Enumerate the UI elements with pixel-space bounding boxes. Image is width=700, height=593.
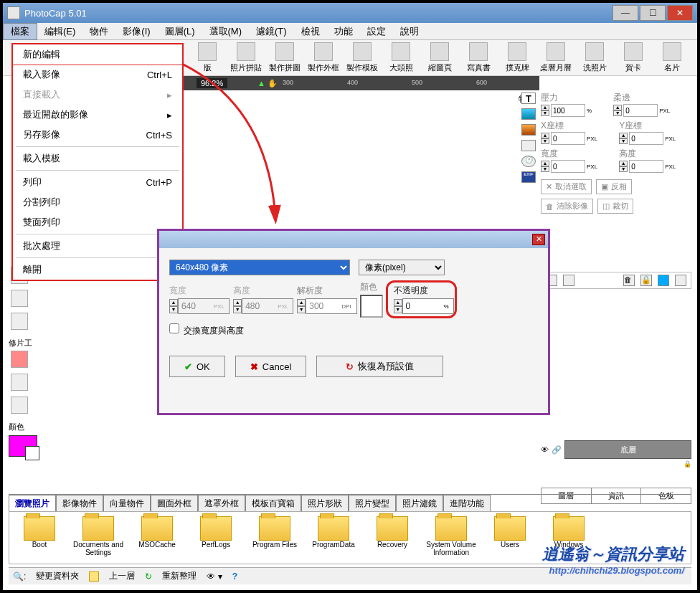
bottom-tab-5[interactable]: 模板百寶箱 <box>245 495 301 511</box>
toolbar-btn-1[interactable]: 照片拼貼 <box>228 42 264 73</box>
file-menu-item-3[interactable]: 最近開啟的影像▸ <box>13 105 182 125</box>
y-input[interactable] <box>629 132 663 145</box>
color-swatch-input[interactable] <box>360 295 383 318</box>
folder-up-icon[interactable] <box>89 571 99 582</box>
toolbar-btn-9[interactable]: 桌曆月曆 <box>538 42 574 73</box>
file-menu-item-4[interactable]: 另存影像Ctrl+S <box>13 125 182 145</box>
bottom-tab-4[interactable]: 遮罩外框 <box>198 495 245 511</box>
w-input[interactable] <box>551 160 585 173</box>
menu-edit[interactable]: 編輯(E) <box>37 24 82 39</box>
x-input[interactable] <box>551 132 585 145</box>
toolbar-btn-3[interactable]: 製作外框 <box>306 42 341 73</box>
tool-brush[interactable] <box>11 374 28 391</box>
swap-checkbox[interactable] <box>169 323 179 333</box>
toolbar-btn-12[interactable]: 名片 <box>654 42 690 73</box>
bottom-tab-8[interactable]: 照片濾鏡 <box>396 495 443 511</box>
file-menu-item-6[interactable]: 載入模板 <box>13 148 182 169</box>
bottom-tab-6[interactable]: 照片形狀 <box>301 495 349 511</box>
close-button[interactable]: ✕ <box>667 5 693 21</box>
color-swatch[interactable] <box>9 435 37 457</box>
swap-checkbox-label[interactable]: 交換寬度與高度 <box>169 323 244 337</box>
bottom-tab-7[interactable]: 照片變型 <box>349 495 396 511</box>
tool-shape[interactable] <box>11 313 28 330</box>
folder-item[interactable]: Documents and Settings <box>71 516 126 559</box>
display-icon[interactable] <box>658 275 669 286</box>
reset-button[interactable]: ↻恢復為預設值 <box>316 356 443 377</box>
unit-select[interactable]: 像素(pixel) <box>359 260 445 275</box>
tool-redeye[interactable] <box>11 351 28 368</box>
menu-help[interactable]: 說明 <box>393 24 426 39</box>
soft-input[interactable] <box>623 104 658 117</box>
file-menu-item-9[interactable]: 分割列印 <box>13 192 182 212</box>
grad2-icon[interactable] <box>521 124 536 136</box>
bottom-tab-3[interactable]: 圖面外框 <box>151 495 198 511</box>
crop-button[interactable]: ◫ 裁切 <box>597 199 633 214</box>
view-icon[interactable]: 👁 ▾ <box>207 571 222 582</box>
bottom-tab-2[interactable]: 向量物件 <box>103 495 151 511</box>
tool-pencil[interactable] <box>11 290 28 307</box>
clear-image-button[interactable]: 🗑 清除影像 <box>541 199 593 214</box>
menu-settings[interactable]: 設定 <box>360 24 393 39</box>
lock-icon[interactable]: 🔒 <box>640 275 652 286</box>
move-tool-icon[interactable]: ▲ ✋ <box>257 79 278 88</box>
toolbar-btn-11[interactable]: 賀卡 <box>615 42 651 73</box>
toolbar-btn-4[interactable]: 製作模板 <box>344 42 380 73</box>
frame-icon[interactable] <box>521 140 536 151</box>
dialog-close-button[interactable]: ✕ <box>532 234 545 245</box>
cancel-selection-button[interactable]: ✕ 取消選取 <box>541 179 592 194</box>
help-icon[interactable]: ? <box>232 571 237 582</box>
folder-item[interactable]: Users <box>483 516 537 559</box>
tool-stamp[interactable] <box>11 397 28 414</box>
file-menu-item-0[interactable]: 新的編輯 <box>12 44 183 65</box>
exif-icon[interactable]: EXIF <box>521 171 536 183</box>
bottom-tab-0[interactable]: 瀏覽照片 <box>9 495 56 511</box>
menu-layer[interactable]: 圖層(L) <box>158 24 202 39</box>
folder-item[interactable]: Program Files <box>247 516 302 559</box>
maximize-button[interactable]: ☐ <box>640 5 666 21</box>
toolbar-btn-8[interactable]: 撲克牌 <box>499 42 535 73</box>
link-icon[interactable]: 🔗 <box>552 445 562 455</box>
dialog-titlebar[interactable]: ✕ <box>159 231 548 248</box>
text-tool-icon[interactable]: T <box>521 92 536 104</box>
folder-item[interactable]: Boot <box>12 516 67 559</box>
bottom-tab-9[interactable]: 進階功能 <box>443 495 491 511</box>
ok-button[interactable]: ✔OK <box>169 356 225 377</box>
menu-file[interactable]: 檔案 <box>3 23 37 40</box>
toolbar-btn-6[interactable]: 縮圖頁 <box>422 42 458 73</box>
preset-select[interactable]: 640x480 像素 <box>169 260 350 275</box>
bottom-tab-1[interactable]: 影像物件 <box>56 495 103 511</box>
folder-item[interactable]: ProgramData <box>306 516 361 559</box>
icon2[interactable] <box>563 275 574 286</box>
toolbar-btn-2[interactable]: 製作拼圖 <box>267 42 303 73</box>
cancel-button[interactable]: ✖Cancel <box>235 356 306 377</box>
menu-image[interactable]: 影像(I) <box>115 24 157 39</box>
folder-item[interactable]: PerfLogs <box>189 516 243 559</box>
menu-object[interactable]: 物件 <box>82 24 115 39</box>
menu-filter[interactable]: 濾鏡(T) <box>249 24 294 39</box>
folder-item[interactable]: System Volume Information <box>424 516 478 559</box>
menu-select[interactable]: 選取(M) <box>202 24 250 39</box>
menu-view[interactable]: 檢視 <box>294 24 327 39</box>
grad-icon[interactable] <box>521 108 536 120</box>
trash-icon[interactable]: 🗑 <box>623 275 635 286</box>
folder-item[interactable]: MSOCache <box>130 516 184 559</box>
folder-item[interactable]: Recovery <box>365 516 420 559</box>
clock-icon[interactable]: 🕐 <box>521 156 536 167</box>
folder-item[interactable]: Windows <box>541 516 596 559</box>
more-icon[interactable] <box>675 275 686 286</box>
refresh[interactable]: 重新整理 <box>162 570 197 582</box>
toolbar-btn-5[interactable]: 大頭照 <box>383 42 419 73</box>
invert-button[interactable]: ▣ 反相 <box>596 179 632 194</box>
file-menu-item-2[interactable]: 直接載入▸ <box>13 85 182 105</box>
change-folder[interactable]: 變更資料夾 <box>36 570 79 582</box>
minimize-button[interactable]: — <box>612 5 638 21</box>
pressure-input[interactable] <box>551 104 585 117</box>
visibility-icon[interactable]: 👁 <box>541 445 549 454</box>
toolbar-btn-10[interactable]: 洗照片 <box>577 42 612 73</box>
menu-func[interactable]: 功能 <box>327 24 360 39</box>
toolbar-btn-0[interactable]: 版 <box>189 42 225 73</box>
base-layer[interactable]: 底層 <box>564 440 691 459</box>
up-level[interactable]: 上一層 <box>109 570 135 582</box>
h-input[interactable] <box>629 160 663 173</box>
file-menu-item-1[interactable]: 載入影像Ctrl+L <box>13 65 182 85</box>
